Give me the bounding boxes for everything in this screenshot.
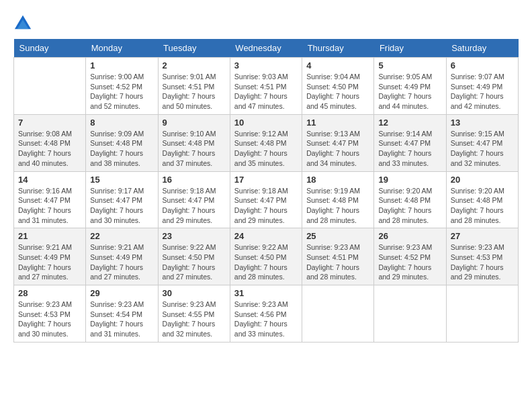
day-number: 12 [378, 118, 441, 128]
day-info: Sunrise: 9:21 AMSunset: 4:49 PMDaylight:… [18, 242, 81, 282]
day-info: Sunrise: 9:16 AMSunset: 4:47 PMDaylight:… [18, 186, 81, 226]
calendar-cell: 25Sunrise: 9:23 AMSunset: 4:51 PMDayligh… [302, 228, 374, 285]
calendar-table: SundayMondayTuesdayWednesdayThursdayFrid… [13, 39, 519, 342]
day-info: Sunrise: 9:22 AMSunset: 4:50 PMDaylight:… [163, 242, 226, 282]
day-info: Sunrise: 9:23 AMSunset: 4:53 PMDaylight:… [18, 300, 81, 339]
calendar-cell: 2Sunrise: 9:01 AMSunset: 4:51 PMDaylight… [158, 58, 230, 115]
day-number: 1 [90, 60, 153, 71]
day-info: Sunrise: 9:20 AMSunset: 4:48 PMDaylight:… [378, 186, 441, 226]
header-sunday: Sunday [14, 39, 86, 58]
calendar-cell: 17Sunrise: 9:18 AMSunset: 4:47 PMDayligh… [230, 171, 302, 228]
calendar-cell: 3Sunrise: 9:03 AMSunset: 4:51 PMDaylight… [230, 58, 302, 115]
day-number: 17 [234, 175, 298, 185]
day-info: Sunrise: 9:14 AMSunset: 4:47 PMDaylight:… [378, 129, 441, 169]
header-monday: Monday [86, 39, 158, 58]
calendar-cell: 18Sunrise: 9:19 AMSunset: 4:48 PMDayligh… [302, 171, 374, 228]
day-info: Sunrise: 9:13 AMSunset: 4:47 PMDaylight:… [306, 129, 369, 169]
day-info: Sunrise: 9:18 AMSunset: 4:47 PMDaylight:… [163, 186, 226, 226]
day-info: Sunrise: 9:03 AMSunset: 4:51 PMDaylight:… [234, 72, 298, 111]
calendar-cell: 1Sunrise: 9:00 AMSunset: 4:52 PMDaylight… [86, 58, 158, 115]
day-info: Sunrise: 9:08 AMSunset: 4:48 PMDaylight:… [18, 129, 81, 169]
day-number: 6 [451, 60, 514, 71]
calendar-cell: 8Sunrise: 9:09 AMSunset: 4:48 PMDaylight… [86, 114, 158, 171]
calendar-cell: 20Sunrise: 9:20 AMSunset: 4:48 PMDayligh… [446, 171, 518, 228]
calendar-cell: 24Sunrise: 9:22 AMSunset: 4:50 PMDayligh… [230, 228, 302, 285]
calendar-cell: 22Sunrise: 9:21 AMSunset: 4:49 PMDayligh… [86, 228, 158, 285]
day-info: Sunrise: 9:00 AMSunset: 4:52 PMDaylight:… [90, 72, 153, 111]
day-info: Sunrise: 9:17 AMSunset: 4:47 PMDaylight:… [90, 186, 153, 226]
day-info: Sunrise: 9:18 AMSunset: 4:47 PMDaylight:… [234, 186, 298, 226]
day-number: 30 [163, 288, 226, 298]
day-number: 2 [163, 60, 226, 71]
day-info: Sunrise: 9:21 AMSunset: 4:49 PMDaylight:… [90, 242, 153, 282]
header-thursday: Thursday [302, 39, 374, 58]
calendar-cell: 4Sunrise: 9:04 AMSunset: 4:50 PMDaylight… [302, 58, 374, 115]
day-number: 7 [18, 118, 81, 128]
day-info: Sunrise: 9:23 AMSunset: 4:53 PMDaylight:… [451, 242, 514, 282]
calendar-cell: 21Sunrise: 9:21 AMSunset: 4:49 PMDayligh… [14, 228, 86, 285]
calendar-cell: 29Sunrise: 9:23 AMSunset: 4:54 PMDayligh… [86, 285, 158, 342]
calendar-cell: 5Sunrise: 9:05 AMSunset: 4:49 PMDaylight… [374, 58, 446, 115]
day-number: 22 [90, 231, 153, 241]
calendar-cell [302, 285, 374, 342]
header-wednesday: Wednesday [230, 39, 302, 58]
header-friday: Friday [374, 39, 446, 58]
calendar-cell: 10Sunrise: 9:12 AMSunset: 4:48 PMDayligh… [230, 114, 302, 171]
day-number: 23 [163, 231, 226, 241]
day-info: Sunrise: 9:23 AMSunset: 4:56 PMDaylight:… [234, 300, 298, 339]
day-info: Sunrise: 9:04 AMSunset: 4:50 PMDaylight:… [306, 72, 369, 111]
day-number: 18 [306, 175, 369, 185]
day-number: 3 [234, 60, 298, 71]
day-info: Sunrise: 9:09 AMSunset: 4:48 PMDaylight:… [90, 129, 153, 169]
day-info: Sunrise: 9:10 AMSunset: 4:48 PMDaylight:… [163, 129, 226, 169]
day-number: 11 [306, 118, 369, 128]
day-number: 20 [451, 175, 514, 185]
calendar-cell: 23Sunrise: 9:22 AMSunset: 4:50 PMDayligh… [158, 228, 230, 285]
week-row-5: 28Sunrise: 9:23 AMSunset: 4:53 PMDayligh… [14, 285, 519, 342]
day-number: 26 [378, 231, 441, 241]
day-number: 31 [234, 288, 298, 298]
day-number: 4 [306, 60, 369, 71]
calendar-cell [374, 285, 446, 342]
calendar-cell: 26Sunrise: 9:23 AMSunset: 4:52 PMDayligh… [374, 228, 446, 285]
day-info: Sunrise: 9:23 AMSunset: 4:51 PMDaylight:… [306, 242, 369, 282]
calendar-cell: 16Sunrise: 9:18 AMSunset: 4:47 PMDayligh… [158, 171, 230, 228]
day-info: Sunrise: 9:15 AMSunset: 4:47 PMDaylight:… [451, 129, 514, 169]
week-row-1: 1Sunrise: 9:00 AMSunset: 4:52 PMDaylight… [14, 58, 519, 115]
header-saturday: Saturday [446, 39, 518, 58]
day-number: 9 [163, 118, 226, 128]
day-info: Sunrise: 9:22 AMSunset: 4:50 PMDaylight:… [234, 242, 298, 282]
calendar-cell [446, 285, 518, 342]
page-header [13, 13, 519, 32]
logo-icon [13, 13, 32, 32]
week-row-2: 7Sunrise: 9:08 AMSunset: 4:48 PMDaylight… [14, 114, 519, 171]
calendar-cell: 14Sunrise: 9:16 AMSunset: 4:47 PMDayligh… [14, 171, 86, 228]
day-number: 25 [306, 231, 369, 241]
calendar-cell: 15Sunrise: 9:17 AMSunset: 4:47 PMDayligh… [86, 171, 158, 228]
calendar-cell: 13Sunrise: 9:15 AMSunset: 4:47 PMDayligh… [446, 114, 518, 171]
header-tuesday: Tuesday [158, 39, 230, 58]
calendar-cell: 19Sunrise: 9:20 AMSunset: 4:48 PMDayligh… [374, 171, 446, 228]
day-info: Sunrise: 9:07 AMSunset: 4:49 PMDaylight:… [451, 72, 514, 111]
calendar-cell: 9Sunrise: 9:10 AMSunset: 4:48 PMDaylight… [158, 114, 230, 171]
calendar-cell: 6Sunrise: 9:07 AMSunset: 4:49 PMDaylight… [446, 58, 518, 115]
day-info: Sunrise: 9:19 AMSunset: 4:48 PMDaylight:… [306, 186, 369, 226]
day-number: 14 [18, 175, 81, 185]
calendar-cell: 12Sunrise: 9:14 AMSunset: 4:47 PMDayligh… [374, 114, 446, 171]
logo [13, 13, 35, 32]
day-number: 27 [451, 231, 514, 241]
day-number: 29 [90, 288, 153, 298]
day-number: 5 [378, 60, 441, 71]
week-row-4: 21Sunrise: 9:21 AMSunset: 4:49 PMDayligh… [14, 228, 519, 285]
day-number: 16 [163, 175, 226, 185]
day-number: 15 [90, 175, 153, 185]
day-number: 10 [234, 118, 298, 128]
day-info: Sunrise: 9:12 AMSunset: 4:48 PMDaylight:… [234, 129, 298, 169]
day-info: Sunrise: 9:05 AMSunset: 4:49 PMDaylight:… [378, 72, 441, 111]
day-info: Sunrise: 9:23 AMSunset: 4:55 PMDaylight:… [163, 300, 226, 339]
calendar-cell: 30Sunrise: 9:23 AMSunset: 4:55 PMDayligh… [158, 285, 230, 342]
calendar-cell: 31Sunrise: 9:23 AMSunset: 4:56 PMDayligh… [230, 285, 302, 342]
day-number: 19 [378, 175, 441, 185]
calendar-cell: 7Sunrise: 9:08 AMSunset: 4:48 PMDaylight… [14, 114, 86, 171]
day-info: Sunrise: 9:01 AMSunset: 4:51 PMDaylight:… [163, 72, 226, 111]
